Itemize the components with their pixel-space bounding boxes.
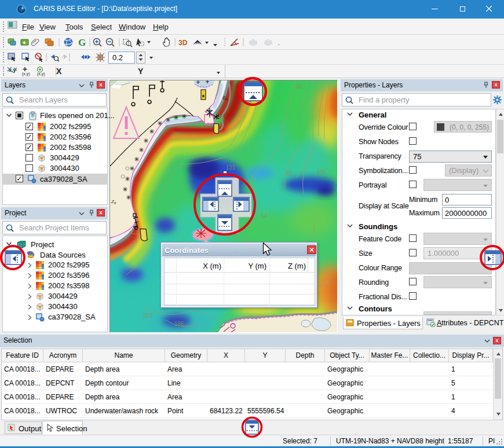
svg-text:3D: 3D: [178, 39, 188, 47]
svg-text:92: 92: [286, 170, 293, 177]
svg-text:(x,y): (x,y): [22, 72, 30, 76]
svg-text:186: 186: [174, 321, 184, 327]
svg-text:54: 54: [261, 213, 268, 219]
svg-text:106: 106: [316, 169, 326, 175]
svg-text:96: 96: [295, 83, 302, 90]
svg-text:G: G: [78, 37, 86, 47]
svg-text:131: 131: [226, 164, 236, 171]
svg-text:153: 153: [143, 313, 152, 319]
svg-text:26: 26: [322, 279, 329, 285]
svg-text:(x,y): (x,y): [37, 72, 45, 76]
